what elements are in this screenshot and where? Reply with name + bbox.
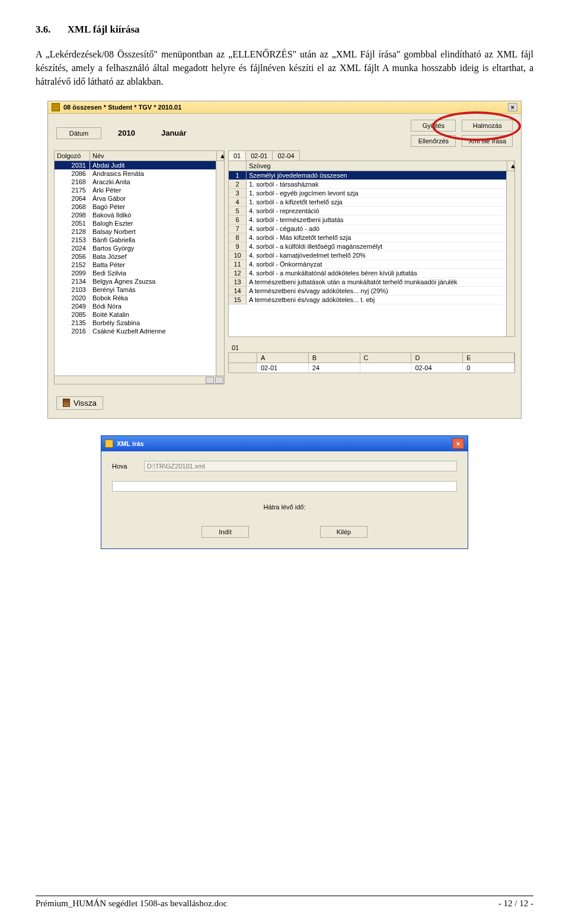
col-a: A (257, 353, 309, 362)
body-paragraph: A „Lekérdezések/08 Összesítő" menüpontba… (36, 47, 533, 89)
col-e: E (463, 353, 514, 362)
vertical-scrollbar[interactable] (216, 161, 224, 376)
table-row[interactable]: 2134Belgya Ágnes Zsuzsa (55, 277, 224, 285)
ellenorzes-button[interactable]: Ellenőrzés (411, 135, 456, 147)
vissza-label: Vissza (73, 399, 97, 408)
employee-list: Dolgozó Név ▲ 2031Abdai Judit2086Andrasi… (54, 150, 225, 384)
table-row[interactable]: 64. sorból - természetbeni juttatás (229, 216, 514, 224)
table-row[interactable]: 2024Bartos György (55, 244, 224, 252)
horizontal-scrollbar[interactable] (54, 376, 225, 384)
close-icon[interactable]: × (508, 103, 517, 111)
table-row[interactable]: 94. sorból - a külföldi illetőségű magán… (229, 242, 514, 251)
app-window: 08 összesen * Student * TGV * 2010.01 × … (47, 101, 522, 419)
window-title: 08 összesen * Student * TGV * 2010.01 (63, 104, 181, 111)
szoveg-num-col (229, 161, 247, 171)
bottom-grid-header: A B C D E (228, 352, 515, 363)
bottom-grid: 01 A B C D E 02-01 24 02-04 0 (228, 343, 515, 373)
section-title-text: XML fájl kiírása (68, 24, 140, 35)
scroll-left-icon[interactable] (206, 377, 214, 384)
vertical-scrollbar[interactable] (506, 171, 514, 336)
table-row[interactable]: 104. sorból - kamatjövedelmet terhelő 20… (229, 251, 514, 260)
right-pane: 01 02-01 02-04 Szöveg ▲ 1Személyi jövede… (228, 150, 515, 384)
scroll-up-icon[interactable]: ▲ (217, 151, 224, 161)
titlebar: 08 összesen * Student * TGV * 2010.01 × (48, 101, 521, 114)
table-row[interactable]: 2099Bedi Szilvia (55, 269, 224, 277)
bg-row-label (229, 363, 257, 373)
bg-label-empty (229, 353, 257, 362)
footer-left: Prémium_HUMÁN segédlet 1508-as bevallásh… (36, 899, 227, 909)
action-buttons: Gyűjtés Halmozás Ellenőrzés Xml file írá… (411, 120, 513, 147)
table-row[interactable]: 114. sorból - Önkormányzat (229, 260, 514, 269)
table-row[interactable]: 21. sorból - társasháznak (229, 180, 514, 189)
table-row[interactable]: 2049Bódi Nóra (55, 302, 224, 310)
exit-icon (63, 399, 70, 407)
indit-button[interactable]: Indít (202, 526, 249, 538)
app-icon (52, 103, 60, 111)
table-row[interactable]: 2064Árva Gábor (55, 194, 224, 203)
vissza-button[interactable]: Vissza (56, 396, 103, 410)
close-icon[interactable]: × (452, 438, 464, 449)
bg-e[interactable]: 0 (463, 363, 514, 373)
tab-row: 01 02-01 02-04 (228, 150, 515, 161)
gyujtes-button[interactable]: Gyűjtés (411, 120, 456, 131)
bottom-label-01: 01 (228, 343, 515, 352)
table-row[interactable]: 2103Berényi Tamás (55, 285, 224, 294)
table-row[interactable]: 2153Bánfi Gabriella (55, 236, 224, 244)
dialog-title: XML írás (117, 440, 144, 447)
halmozas-button[interactable]: Halmozás (462, 120, 513, 131)
table-row[interactable]: 2135Borbély Szabina (55, 319, 224, 327)
tab-02-04[interactable]: 02-04 (272, 150, 299, 161)
table-row[interactable]: 41. sorból - a kifizetőt terhelő szja (229, 198, 514, 207)
section-number: 3.6. (36, 24, 51, 36)
table-row[interactable]: 2016Csákné Kuzbelt Adrienne (55, 327, 224, 335)
table-row[interactable]: 2128Balsay Norbert (55, 227, 224, 236)
table-row[interactable]: 2085Boité Katalin (55, 310, 224, 319)
table-row[interactable]: 14A természetbeni és/vagy adóköteles... … (229, 287, 514, 296)
xml-button[interactable]: Xml file írása (462, 135, 513, 147)
scroll-right-icon[interactable] (215, 377, 223, 384)
kilep-button[interactable]: Kilép (320, 526, 367, 538)
table-row[interactable]: 2056Bata József (55, 252, 224, 261)
table-row[interactable]: 2020Bobok Réka (55, 294, 224, 302)
bg-b[interactable]: 24 (309, 363, 360, 373)
month-label: Január (161, 129, 187, 137)
col-b: B (309, 353, 360, 362)
table-row[interactable]: 2051Balogh Eszter (55, 219, 224, 227)
table-row[interactable]: 15A természetbeni és/vagy adóköteles... … (229, 296, 514, 304)
progress-bar (112, 481, 457, 492)
table-row[interactable]: 2086Andrasics Renáta (55, 169, 224, 178)
section-heading: 3.6. XML fájl kiírása (36, 24, 533, 36)
datum-button[interactable]: Dátum (56, 127, 101, 139)
table-row[interactable]: 2031Abdai Judit (55, 161, 224, 169)
table-row[interactable]: 124. sorból - a munkáltatónál adóköteles… (229, 269, 514, 278)
col-d: D (411, 353, 463, 362)
szoveg-list-body[interactable]: 1Személyi jövedelemadó összesen21. sorbó… (228, 171, 515, 337)
table-row[interactable]: 31. sorból - egyéb jogcímen levont szja (229, 189, 514, 198)
table-row[interactable]: 13A természetbeni juttatások után a munk… (229, 278, 514, 287)
table-row[interactable]: 74. sorból - cégautó - adó (229, 224, 514, 233)
hova-label: Hova (112, 463, 136, 470)
tab-02-01[interactable]: 02-01 (245, 150, 273, 161)
table-row[interactable]: 2068Bagó Péter (55, 203, 224, 211)
table-row[interactable]: 2098Baková Ildikó (55, 211, 224, 219)
xml-dialog: XML írás × Hova Hátra lévő idő: Indít Ki… (101, 435, 468, 549)
table-row[interactable]: 2152Batta Péter (55, 261, 224, 269)
table-row[interactable]: 2175Árki Péter (55, 186, 224, 194)
bg-a[interactable]: 02-01 (257, 363, 309, 373)
table-row[interactable]: 1Személyi jövedelemadó összesen (229, 171, 514, 180)
bg-c[interactable] (360, 363, 412, 373)
employee-list-body[interactable]: 2031Abdai Judit2086Andrasics Renáta2168A… (54, 161, 225, 376)
szoveg-header: Szöveg ▲ (228, 161, 515, 171)
dialog-icon (105, 439, 113, 448)
tab-01[interactable]: 01 (228, 150, 246, 161)
remaining-time-label: Hátra lévő idő: (112, 503, 457, 511)
scroll-up-icon[interactable]: ▲ (507, 161, 514, 171)
table-row[interactable]: 84. sorból - Más kifizetőt terhelő szja (229, 233, 514, 242)
table-row[interactable]: 54. sorból - reprezentáció (229, 207, 514, 216)
hova-input[interactable] (144, 461, 457, 471)
col-dolgozo[interactable]: Dolgozó (55, 151, 90, 161)
table-row[interactable]: 2168Araczki Anita (55, 178, 224, 186)
bg-d[interactable]: 02-04 (411, 363, 463, 373)
szoveg-label[interactable]: Szöveg (247, 161, 507, 171)
col-nev[interactable]: Név (90, 151, 217, 161)
